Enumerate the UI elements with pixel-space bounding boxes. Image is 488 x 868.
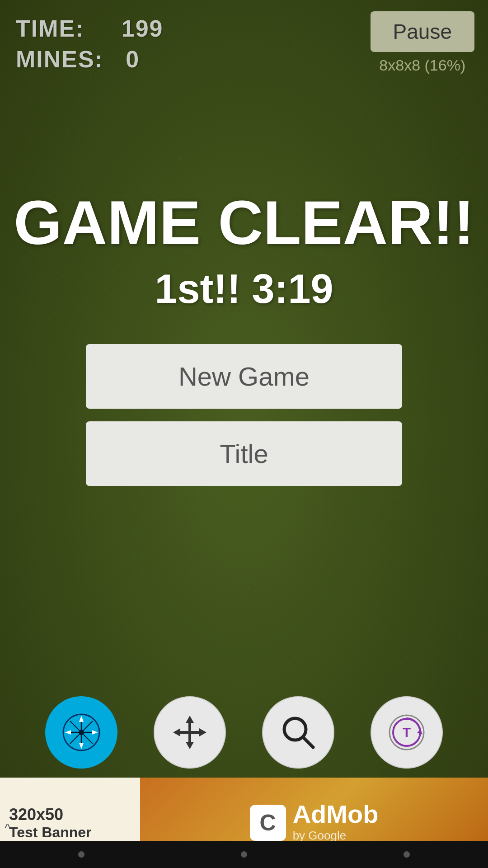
sys-nav-dot-2 bbox=[241, 851, 247, 858]
compass-nav-button[interactable] bbox=[45, 696, 117, 769]
grid-info: 8x8x8 (16%) bbox=[379, 57, 465, 74]
ad-size-label: 320x50 bbox=[9, 805, 131, 824]
search-icon bbox=[278, 712, 319, 753]
bottom-nav: T bbox=[0, 696, 488, 769]
svg-point-9 bbox=[79, 730, 84, 735]
svg-line-17 bbox=[303, 737, 313, 747]
time-display: TIME: 199 bbox=[16, 14, 164, 44]
upload-nav-button[interactable]: T bbox=[371, 696, 443, 769]
mines-value: 0 bbox=[126, 46, 140, 72]
move-icon bbox=[169, 712, 210, 753]
svg-marker-5 bbox=[65, 730, 71, 735]
pause-area: Pause 8x8x8 (16%) bbox=[371, 11, 474, 74]
move-nav-button[interactable] bbox=[154, 696, 226, 769]
game-clear-subtitle: 1st!! 3:19 bbox=[155, 266, 333, 312]
mines-label: MINES: bbox=[16, 46, 103, 72]
admob-icon: C bbox=[250, 805, 286, 841]
hud-display: TIME: 199 MINES: 0 bbox=[16, 14, 164, 75]
sys-nav-dot-3 bbox=[404, 851, 410, 858]
svg-marker-4 bbox=[79, 743, 84, 749]
system-nav-bar bbox=[0, 841, 488, 868]
mines-display: MINES: 0 bbox=[16, 44, 164, 75]
ad-type-label: Test Banner bbox=[9, 824, 131, 841]
compass-icon bbox=[61, 712, 102, 753]
sys-nav-dot-1 bbox=[78, 851, 84, 858]
new-game-button[interactable]: New Game bbox=[86, 344, 402, 409]
svg-text:T: T bbox=[403, 725, 411, 740]
svg-marker-3 bbox=[79, 716, 84, 722]
admob-brand: AdMob bbox=[293, 799, 379, 829]
svg-marker-6 bbox=[92, 730, 98, 735]
title-button[interactable]: Title bbox=[86, 421, 402, 486]
time-value: 199 bbox=[122, 15, 164, 42]
admob-logo: C AdMob by Google bbox=[250, 799, 379, 846]
game-clear-title: GAME CLEAR!! bbox=[14, 189, 474, 257]
main-content: GAME CLEAR!! 1st!! 3:19 New Game Title bbox=[0, 0, 488, 778]
ad-arrow-icon: ^ bbox=[5, 821, 10, 835]
pause-button[interactable]: Pause bbox=[371, 11, 474, 52]
search-nav-button[interactable] bbox=[262, 696, 334, 769]
time-label: TIME: bbox=[16, 15, 84, 42]
upload-icon: T bbox=[386, 712, 427, 753]
svg-rect-15 bbox=[178, 731, 201, 734]
